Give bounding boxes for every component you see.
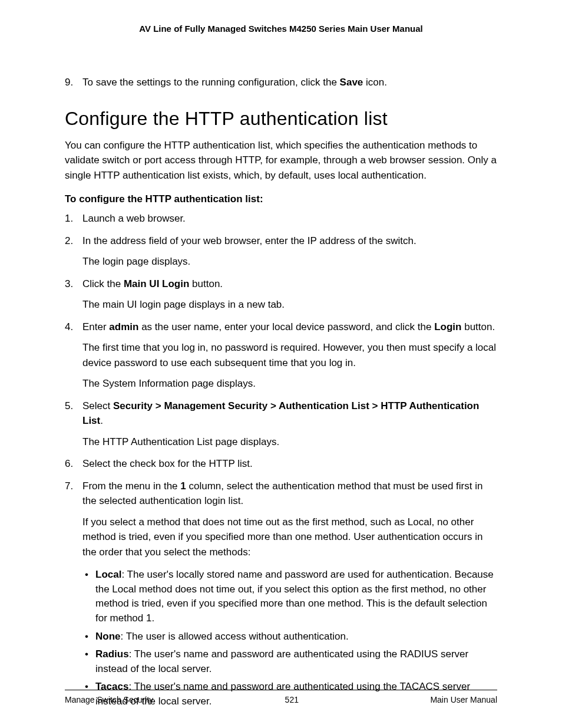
page-footer: Manage Switch Security 521 Main User Man…	[65, 690, 497, 704]
footer-right: Main User Manual	[430, 695, 497, 704]
step-text: Click the Main UI Login button. The main…	[82, 276, 497, 312]
text-line: Launch a web browser.	[82, 211, 497, 226]
text-run: button.	[189, 278, 223, 289]
section-title: Configure the HTTP authentication list	[65, 108, 497, 130]
step-5: 5. Select Security > Management Security…	[65, 398, 497, 450]
bullet-list: Local: The user's locally stored name an…	[82, 568, 497, 709]
footer-left: Manage Switch Security	[65, 695, 153, 704]
intro-paragraph: You can configure the HTTP authenticatio…	[65, 138, 497, 183]
bullet-label: Radius	[95, 648, 129, 660]
bullet-item: None: The user is allowed access without…	[82, 630, 497, 644]
step-text: Launch a web browser.	[82, 211, 497, 226]
step-text: Select Security > Management Security > …	[82, 398, 497, 450]
text-line: The main UI login page displays in a new…	[82, 297, 497, 312]
step-text: Select the check box for the HTTP list.	[82, 456, 497, 472]
document-page: AV Line of Fully Managed Switches M4250 …	[0, 0, 562, 728]
document-header: AV Line of Fully Managed Switches M4250 …	[65, 24, 497, 34]
step-number: 3.	[65, 276, 82, 312]
text-run: Click the	[82, 278, 124, 289]
bullet-label: Local	[95, 569, 121, 580]
step-number: 5.	[65, 398, 82, 450]
bold-run: Save	[340, 77, 363, 88]
text-run: as the user name, enter your local devic…	[138, 321, 434, 332]
step-text: Enter admin as the user name, enter your…	[82, 319, 497, 391]
text-run: .	[100, 415, 103, 426]
step-text: To save the settings to the running conf…	[82, 75, 497, 90]
text-line: The login page displays.	[82, 254, 497, 269]
bullet-text: : The user is allowed access without aut…	[121, 631, 349, 642]
step-9: 9. To save the settings to the running c…	[65, 75, 497, 90]
step-4: 4. Enter admin as the user name, enter y…	[65, 319, 497, 391]
step-2: 2. In the address field of your web brow…	[65, 233, 497, 269]
step-text: From the menu in the 1 column, select th…	[82, 479, 497, 713]
step-number: 7.	[65, 479, 82, 713]
bold-run: admin	[109, 321, 138, 332]
text-run: Enter	[82, 321, 109, 332]
footer-page-number: 521	[285, 695, 299, 704]
text-line: In the address field of your web browser…	[82, 233, 497, 249]
text-line: Select the check box for the HTTP list.	[82, 456, 497, 472]
bullet-text: : The user's name and password are authe…	[95, 648, 468, 674]
text-run: Select	[82, 400, 113, 411]
bold-run: Main UI Login	[124, 278, 189, 289]
step-1: 1. Launch a web browser.	[65, 211, 497, 226]
step-number: 9.	[65, 75, 82, 90]
sub-heading: To configure the HTTP authentication lis…	[65, 193, 497, 205]
bold-run: Login	[434, 321, 461, 332]
text-run: icon.	[363, 77, 387, 88]
bullet-item: Radius: The user's name and password are…	[82, 647, 497, 676]
text-line: The HTTP Authentication List page displa…	[82, 434, 497, 450]
text-run: From the menu in the	[82, 480, 180, 492]
bold-run: 1	[180, 480, 186, 492]
step-number: 2.	[65, 233, 82, 269]
text-run: button.	[461, 321, 495, 332]
bullet-label: None	[95, 631, 121, 642]
bullet-item: Local: The user's locally stored name an…	[82, 568, 497, 626]
step-3: 3. Click the Main UI Login button. The m…	[65, 276, 497, 312]
text-line: The System Information page displays.	[82, 376, 497, 391]
text-line: The first time that you log in, no passw…	[82, 340, 497, 370]
text-line: If you select a method that does not tim…	[82, 515, 497, 560]
step-number: 1.	[65, 211, 82, 226]
text-run: To save the settings to the running conf…	[82, 77, 340, 88]
step-text: In the address field of your web browser…	[82, 233, 497, 269]
step-number: 4.	[65, 319, 82, 391]
bullet-text: : The user's locally stored name and pas…	[95, 569, 494, 624]
bold-run: Security > Management Security > Authent…	[82, 400, 479, 427]
step-6: 6. Select the check box for the HTTP lis…	[65, 456, 497, 472]
step-7: 7. From the menu in the 1 column, select…	[65, 479, 497, 713]
step-number: 6.	[65, 456, 82, 472]
